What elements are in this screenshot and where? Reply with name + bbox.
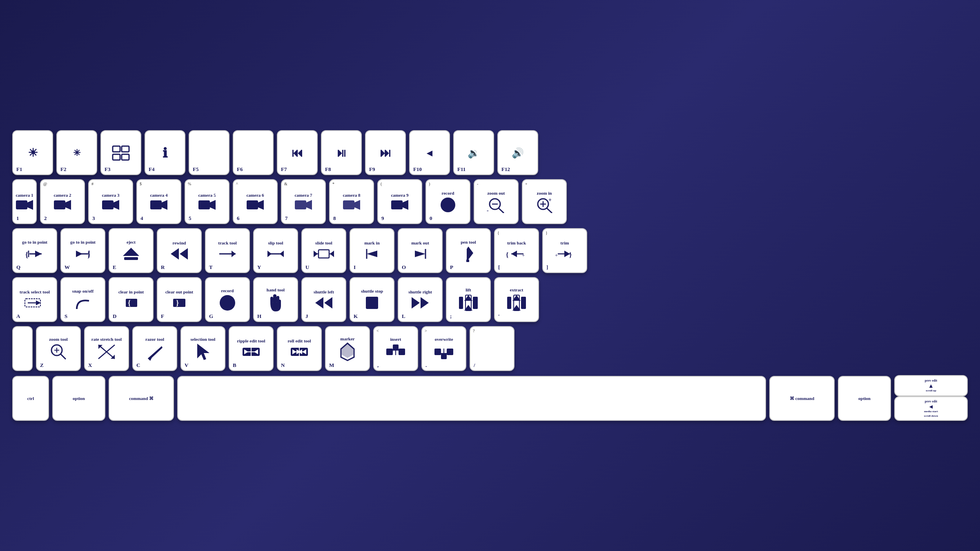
key-e[interactable]: eject E [109, 228, 154, 273]
key-semicolon[interactable]: lift ; [446, 277, 491, 322]
key-4[interactable]: $ camera 4 4 [136, 179, 181, 224]
key-7[interactable]: & camera 7 7 [281, 179, 326, 224]
key-u[interactable]: slide tool U [301, 228, 346, 273]
svg-rect-6 [54, 200, 65, 209]
key-3[interactable]: # camera 3 3 [88, 179, 133, 224]
key-f4[interactable]: ℹ F4 [145, 130, 185, 175]
key-f2[interactable]: ✳ F2 [56, 130, 97, 175]
snap-label: snap on/off [72, 289, 94, 294]
key-g[interactable]: record G [205, 277, 250, 322]
key5-sub: % [188, 182, 191, 186]
key-slash[interactable]: ? / [470, 326, 514, 371]
key-t[interactable]: track tool T [205, 228, 250, 273]
key-n[interactable]: roll edit tool N [277, 326, 322, 371]
key-option-right[interactable]: option [838, 376, 891, 421]
key-f1[interactable]: ☀ F1 [12, 130, 53, 175]
key-q[interactable]: go to in point { Q [12, 228, 57, 273]
key-bracket-l[interactable]: { trim back { + [ [494, 228, 539, 273]
key-w[interactable]: go to in point } W [60, 228, 105, 273]
key-f5[interactable]: F5 [189, 130, 229, 175]
key-l[interactable]: shuttle right L [398, 277, 443, 322]
camera3-label: camera 3 [102, 193, 119, 198]
key-bracket-r[interactable]: } trim } + ] [542, 228, 587, 273]
selection-tool-icon [195, 343, 211, 361]
key-period[interactable]: > overwrite . [421, 326, 466, 371]
svg-text:}: } [176, 299, 179, 307]
key-z-partial-left[interactable] [12, 326, 33, 371]
key-6[interactable]: ^ camera 6 6 [233, 179, 278, 224]
svg-rect-121 [434, 349, 441, 355]
key-plus[interactable]: + zoom in + [522, 179, 567, 224]
e-label: E [113, 264, 116, 271]
slash-label: / [474, 362, 475, 369]
svg-rect-86 [473, 297, 478, 309]
key-command-left[interactable]: command ⌘ [109, 376, 174, 421]
roll-edit-label: roll edit tool [287, 338, 311, 344]
svg-marker-81 [421, 297, 429, 309]
play-pause-icon: ⏯ [336, 147, 347, 159]
key-comma[interactable]: < insert , [373, 326, 418, 371]
key-0[interactable]: ) record 0 [425, 179, 470, 224]
key-8[interactable]: * camera 8 8 [329, 179, 374, 224]
key-h[interactable]: hand tool H [253, 277, 298, 322]
key-f12[interactable]: 🔊 F12 [497, 130, 538, 175]
key-f11[interactable]: 🔉 F11 [453, 130, 494, 175]
camera1-label: camera 1 [16, 193, 33, 198]
key-9[interactable]: ( camera 9 9 [377, 179, 422, 224]
key-d[interactable]: clear in point { D [109, 277, 154, 322]
period-sub: > [425, 329, 427, 333]
key-5[interactable]: % camera 5 5 [185, 179, 229, 224]
key-a[interactable]: track select tool A [12, 277, 57, 322]
key-prev-edit-media-start[interactable]: prev edit ◄ media start scroll down [894, 396, 968, 421]
key-y[interactable]: slip tool Y [253, 228, 298, 273]
key-f8[interactable]: ⏯ F8 [321, 130, 362, 175]
key0-sub: ) [429, 182, 430, 186]
s-label: S [65, 313, 67, 320]
key-z[interactable]: zoom tool Z [36, 326, 81, 371]
key-f10[interactable]: ◄ F10 [409, 130, 450, 175]
key-prev-edit-scroll-up[interactable]: prev edit ▲ scroll up [894, 375, 968, 396]
svg-rect-82 [459, 297, 463, 309]
key-v[interactable]: selection tool V [180, 326, 225, 371]
key-command-right[interactable]: ⌘ command [769, 376, 835, 421]
key-i[interactable]: mark in I [350, 228, 394, 273]
key-space[interactable] [177, 376, 766, 421]
key-minus[interactable]: - zoom out - [474, 179, 519, 224]
key-b[interactable]: ripple edit tool B [229, 326, 274, 371]
key-2[interactable]: @ camera 2 2 [40, 179, 85, 224]
key-f7[interactable]: ⏮ F7 [277, 130, 318, 175]
lift-icon [457, 293, 479, 312]
rate-stretch-icon [96, 343, 117, 361]
w-label: W [65, 264, 70, 271]
key-x[interactable]: rate stretch tool X [84, 326, 129, 371]
key-option-left[interactable]: option [52, 376, 105, 421]
key-f6[interactable]: F6 [233, 130, 274, 175]
track-select-icon [24, 295, 46, 310]
key-r[interactable]: rewind R [157, 228, 202, 273]
asdf-row: track select tool A snap on/off S clear … [12, 277, 968, 322]
svg-marker-7 [65, 200, 71, 210]
key-f[interactable]: clear out point } F [157, 277, 202, 322]
svg-rect-79 [366, 297, 378, 309]
l-label: L [402, 313, 405, 320]
key-k[interactable]: shuttle stop K [350, 277, 394, 322]
key-s[interactable]: snap on/off S [60, 277, 105, 322]
key-c[interactable]: razor tool C [132, 326, 177, 371]
slide-tool-icon [313, 247, 335, 261]
key-quote[interactable]: extract ' [494, 277, 539, 322]
extract-icon [506, 293, 528, 312]
key-j[interactable]: shuttle left J [301, 277, 346, 322]
key-f3[interactable]: F3 [100, 130, 141, 175]
key-ctrl[interactable]: ctrl [12, 376, 49, 421]
svg-marker-15 [258, 200, 264, 210]
key-1-partial[interactable]: camera 1 1 [12, 179, 37, 224]
key-f9[interactable]: ⏭ F9 [365, 130, 406, 175]
key-p[interactable]: pen tool P [446, 228, 491, 273]
key-o[interactable]: mark out O [398, 228, 443, 273]
svg-text:+: + [522, 252, 525, 258]
u-label: U [305, 264, 309, 271]
lift-label: lift [466, 287, 471, 293]
key-m[interactable]: marker M [325, 326, 370, 371]
key7-sub: & [284, 182, 287, 186]
f5-label: F5 [193, 166, 198, 173]
